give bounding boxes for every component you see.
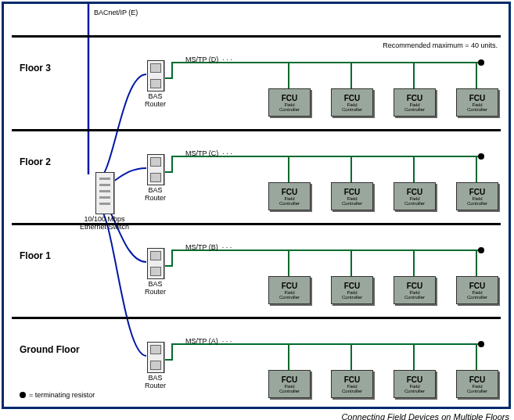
floor-label: Ground Floor: [20, 344, 80, 355]
router-icon: [147, 342, 164, 373]
switch-label: 10/100 Mbps Ethernet Switch: [80, 216, 129, 232]
max-units-note: Recommended maximum = 40 units.: [383, 41, 498, 49]
fcu-title: FCU: [282, 188, 298, 196]
legend-text: = terminating resistor: [29, 391, 95, 399]
fcu-icon: FCUField Controller: [456, 370, 498, 398]
fcu-subtitle: Field Controller: [404, 384, 425, 393]
fcu-title: FCU: [469, 188, 486, 196]
fcu-title: FCU: [344, 188, 361, 196]
fcu-title: FCU: [407, 94, 423, 102]
fcu-unit: FCUField Controller: [331, 88, 372, 117]
fcu-unit: FCUField Controller: [331, 182, 372, 210]
fcu-subtitle: Field Controller: [342, 290, 362, 300]
floor-divider: [12, 317, 501, 319]
fcu-icon: FCUField Controller: [394, 182, 436, 210]
fcu-title: FCU: [469, 94, 486, 102]
fcu-subtitle: Field Controller: [467, 290, 487, 300]
bus-label: MS/TP (A) · · ·: [185, 337, 232, 345]
fcu-unit: FCUField Controller: [268, 276, 309, 304]
fcu-icon: FCUField Controller: [331, 182, 373, 210]
fcu-icon: FCUField Controller: [268, 182, 311, 210]
svg-point-3: [478, 341, 484, 347]
fcu-icon: FCUField Controller: [331, 276, 373, 304]
fcu-icon: FCUField Controller: [268, 276, 311, 304]
fcu-unit: FCUField Controller: [331, 370, 372, 398]
fcu-subtitle: Field Controller: [279, 102, 300, 112]
svg-point-0: [478, 59, 484, 66]
bas-router: BAS Router: [145, 154, 166, 203]
fcu-subtitle: Field Controller: [467, 196, 487, 206]
legend: = terminating resistor: [20, 391, 95, 399]
fcu-title: FCU: [407, 188, 423, 196]
backbone-label: BACnet/IP (E): [94, 9, 138, 16]
fcu-subtitle: Field Controller: [404, 196, 425, 206]
fcu-subtitle: Field Controller: [342, 196, 362, 206]
router-icon: [147, 60, 164, 92]
fcu-icon: FCUField Controller: [456, 88, 498, 117]
ethernet-switch: 10/100 Mbps Ethernet Switch: [80, 172, 129, 232]
fcu-icon: FCUField Controller: [331, 370, 373, 398]
floor-divider: [12, 35, 501, 38]
router-label: BAS Router: [145, 93, 166, 109]
fcu-title: FCU: [469, 375, 486, 384]
fcu-icon: FCUField Controller: [394, 276, 436, 304]
fcu-title: FCU: [344, 375, 361, 384]
router-label: BAS Router: [145, 375, 166, 390]
router-icon: [147, 154, 164, 185]
fcu-unit: FCUField Controller: [394, 182, 434, 210]
floor-label: Floor 1: [20, 250, 51, 261]
switch-icon: [95, 172, 114, 214]
fcu-subtitle: Field Controller: [342, 102, 362, 112]
fcu-unit: FCUField Controller: [331, 276, 372, 304]
fcu-subtitle: Field Controller: [279, 196, 300, 206]
fcu-subtitle: Field Controller: [467, 384, 487, 393]
fcu-unit: FCUField Controller: [456, 276, 497, 304]
fcu-subtitle: Field Controller: [404, 290, 425, 300]
floor-divider: [12, 129, 501, 131]
fcu-subtitle: Field Controller: [279, 384, 300, 393]
floor-label: Floor 2: [20, 156, 51, 167]
svg-point-2: [478, 247, 484, 253]
fcu-title: FCU: [282, 375, 298, 384]
fcu-unit: FCUField Controller: [394, 88, 434, 117]
fcu-unit: FCUField Controller: [268, 182, 309, 210]
fcu-icon: FCUField Controller: [456, 182, 498, 210]
fcu-title: FCU: [469, 282, 486, 290]
bus-label: MS/TP (B) · · ·: [185, 243, 232, 251]
svg-point-1: [478, 153, 484, 160]
router-label: BAS Router: [145, 281, 166, 296]
router-label: BAS Router: [145, 187, 166, 203]
fcu-subtitle: Field Controller: [279, 290, 300, 300]
diagram-frame: BACnet/IP (E) Recommended maximum = 40 u…: [2, 2, 511, 409]
bus-label: MS/TP (D) · · ·: [185, 56, 232, 63]
router-icon: [147, 248, 164, 279]
fcu-unit: FCUField Controller: [456, 370, 497, 398]
fcu-title: FCU: [407, 375, 423, 384]
bas-router: BAS Router: [145, 60, 166, 109]
fcu-title: FCU: [407, 282, 423, 290]
floor-label: Floor 3: [20, 63, 51, 74]
bas-router: BAS Router: [145, 248, 166, 296]
figure-caption: Connecting Field Devices on Multiple Flo…: [0, 411, 509, 420]
fcu-subtitle: Field Controller: [404, 102, 425, 112]
fcu-title: FCU: [282, 282, 298, 290]
fcu-title: FCU: [344, 94, 361, 102]
fcu-unit: FCUField Controller: [268, 370, 309, 398]
fcu-unit: FCUField Controller: [394, 370, 434, 398]
fcu-subtitle: Field Controller: [342, 384, 362, 393]
fcu-title: FCU: [282, 94, 298, 102]
fcu-icon: FCUField Controller: [394, 88, 436, 117]
fcu-subtitle: Field Controller: [467, 102, 487, 112]
bas-router: BAS Router: [145, 342, 166, 390]
fcu-title: FCU: [344, 282, 361, 290]
fcu-icon: FCUField Controller: [268, 88, 311, 117]
bus-label: MS/TP (C) · · ·: [185, 149, 232, 157]
fcu-unit: FCUField Controller: [456, 88, 497, 117]
terminator-dot-icon: [20, 392, 26, 398]
fcu-icon: FCUField Controller: [456, 276, 498, 304]
fcu-icon: FCUField Controller: [268, 370, 311, 398]
fcu-icon: FCUField Controller: [331, 88, 373, 117]
fcu-unit: FCUField Controller: [456, 182, 497, 210]
fcu-icon: FCUField Controller: [394, 370, 436, 398]
fcu-unit: FCUField Controller: [394, 276, 434, 304]
